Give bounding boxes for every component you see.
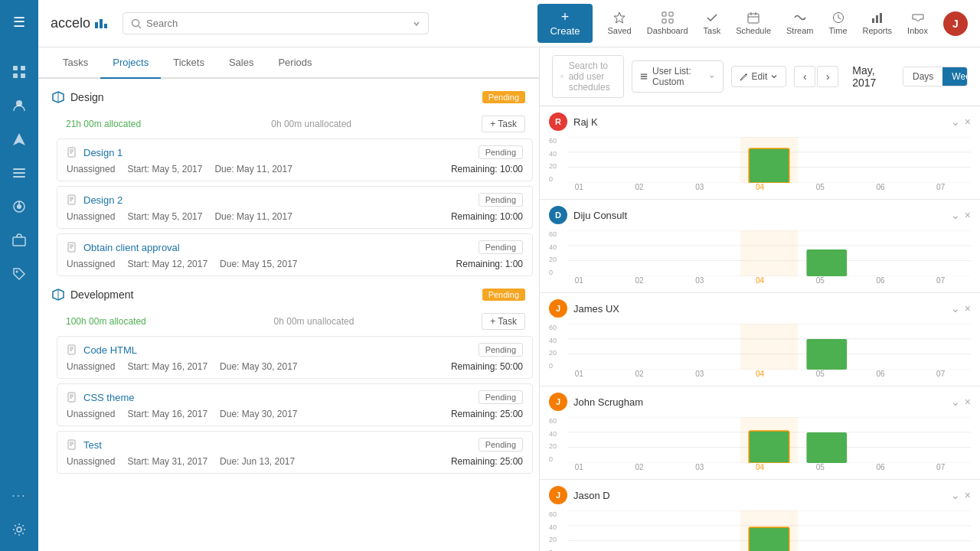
row-collapse-button-0[interactable]: ⌄ <box>951 116 960 128</box>
sidebar-item-users[interactable] <box>4 92 34 119</box>
next-arrow-button[interactable]: › <box>817 66 838 87</box>
search-dropdown-icon[interactable] <box>413 20 420 28</box>
sidebar-item-reports[interactable] <box>4 193 34 220</box>
create-label: Create <box>550 25 580 37</box>
user-name-4: Jason D <box>573 490 951 501</box>
svg-rect-7 <box>13 172 25 174</box>
sidebar-item-projects[interactable] <box>4 227 34 254</box>
row-collapse-button-1[interactable]: ⌄ <box>951 209 960 221</box>
svg-rect-86 <box>806 432 847 463</box>
tab-periods[interactable]: Periods <box>266 47 324 79</box>
hamburger-icon[interactable]: ☰ <box>7 8 31 37</box>
task-test-remaining: Remaining: 25:00 <box>451 456 523 467</box>
weeks-view-button[interactable]: Weeks <box>942 67 968 86</box>
row-collapse-button-3[interactable]: ⌄ <box>951 396 960 408</box>
row-close-button-4[interactable]: × <box>965 489 971 501</box>
nav-item-saved[interactable]: Saved <box>602 7 638 40</box>
task-design1-due: Due: May 11, 2017 <box>214 164 292 174</box>
task-test-start: Start: May 31, 2017 <box>127 456 207 467</box>
svg-point-56 <box>561 75 564 77</box>
task-code-name[interactable]: Code HTML <box>83 344 479 356</box>
main-content: accelo + Create Saved Dashboard <box>38 0 980 551</box>
user-list-label: User List: Custom <box>652 66 704 87</box>
nav-item-inbox[interactable]: Inbox <box>901 7 934 40</box>
user-row-header-1: DDiju Consult⌄× <box>540 200 980 230</box>
sidebar-item-list[interactable] <box>4 159 34 187</box>
user-list-icon <box>640 71 648 82</box>
svg-rect-29 <box>880 13 882 23</box>
svg-rect-31 <box>68 148 75 157</box>
row-collapse-button-4[interactable]: ⌄ <box>951 489 960 501</box>
sidebar-item-navigate[interactable] <box>4 126 34 153</box>
task-test-name[interactable]: Test <box>83 439 479 451</box>
nav-item-schedule[interactable]: Schedule <box>730 7 777 40</box>
nav-item-task[interactable]: Task <box>697 7 727 40</box>
edit-icon <box>740 72 749 81</box>
task-design1-name[interactable]: Design 1 <box>83 147 479 158</box>
search-input[interactable] <box>146 18 408 29</box>
task-obtain-assignee: Unassigned <box>67 259 115 269</box>
row-collapse-button-2[interactable]: ⌄ <box>951 302 960 315</box>
user-row-header-2: JJames UX⌄× <box>540 293 980 324</box>
task-design2-name[interactable]: Design 2 <box>83 194 479 206</box>
sidebar-item-settings[interactable] <box>4 516 34 543</box>
chart-wrapper-1: 6040200 <box>567 230 971 276</box>
create-button[interactable]: + Create <box>537 4 592 43</box>
svg-rect-78 <box>740 324 798 370</box>
chart-wrapper-2: 6040200 <box>567 324 971 370</box>
svg-rect-79 <box>806 339 847 370</box>
row-close-button-2[interactable]: × <box>965 302 971 315</box>
user-avatar-3: J <box>549 393 567 411</box>
task-css-header: CSS theme Pending <box>67 390 523 404</box>
user-avatar[interactable]: J <box>943 11 968 36</box>
svg-rect-52 <box>68 440 75 449</box>
svg-rect-60 <box>641 78 648 79</box>
nav-dashboard-label: Dashboard <box>647 26 688 35</box>
row-close-button-0[interactable]: × <box>965 116 971 128</box>
y-labels-1: 6040200 <box>549 230 557 276</box>
schedule-search[interactable]: Search to add user schedules <box>552 55 624 98</box>
nav-inbox-label: Inbox <box>907 26 928 35</box>
task-test-assignee: Unassigned <box>67 456 115 467</box>
nav-item-stream[interactable]: Stream <box>780 7 819 40</box>
task-code-status: Pending <box>479 343 523 357</box>
nav-item-time[interactable]: Time <box>823 7 854 40</box>
search-box[interactable] <box>122 12 429 34</box>
chart-area-1: 604020001020304050607 <box>540 230 980 292</box>
svg-point-15 <box>132 19 139 26</box>
svg-line-16 <box>139 25 142 28</box>
sidebar-item-dots[interactable]: ··· <box>4 482 34 510</box>
sidebar-item-tag[interactable] <box>4 260 34 288</box>
search-icon <box>131 18 142 29</box>
nav-item-reports[interactable]: Reports <box>857 7 899 40</box>
tab-projects[interactable]: Projects <box>100 47 161 79</box>
dev-add-task-button[interactable]: + Task <box>482 313 525 330</box>
time-icon <box>832 11 844 24</box>
user-list-button[interactable]: User List: Custom <box>632 60 724 93</box>
user-row-header-4: JJason D⌄× <box>540 480 980 510</box>
svg-rect-44 <box>68 345 75 354</box>
nav-items: Saved Dashboard Task Schedule Stream Tim… <box>602 7 935 40</box>
tab-sales[interactable]: Sales <box>217 47 266 79</box>
task-icon <box>706 11 718 24</box>
tab-tickets[interactable]: Tickets <box>161 47 217 79</box>
edit-button[interactable]: Edit <box>731 66 787 87</box>
star-icon <box>613 11 626 24</box>
tab-tasks[interactable]: Tasks <box>51 47 100 79</box>
days-view-button[interactable]: Days <box>903 67 942 86</box>
y-labels-2: 6040200 <box>549 324 557 370</box>
design-add-task-button[interactable]: + Task <box>482 116 525 132</box>
sidebar-item-dashboard[interactable] <box>4 58 34 86</box>
row-close-button-1[interactable]: × <box>965 209 971 221</box>
task-obtain-name[interactable]: Obtain client approval <box>83 242 479 253</box>
nav-item-dashboard[interactable]: Dashboard <box>641 7 694 40</box>
prev-arrow-button[interactable]: ‹ <box>794 66 815 87</box>
task-css-name[interactable]: CSS theme <box>83 392 479 403</box>
project-dev-header: Development Pending <box>44 282 533 307</box>
content-area: Tasks Projects Tickets Sales Periods Des… <box>38 47 980 551</box>
row-close-button-3[interactable]: × <box>965 396 971 408</box>
svg-rect-12 <box>13 237 25 246</box>
user-name-3: John Scrugham <box>573 396 951 408</box>
col-labels-3: 01020304050607 <box>549 463 971 471</box>
task-design2-status: Pending <box>479 193 523 207</box>
